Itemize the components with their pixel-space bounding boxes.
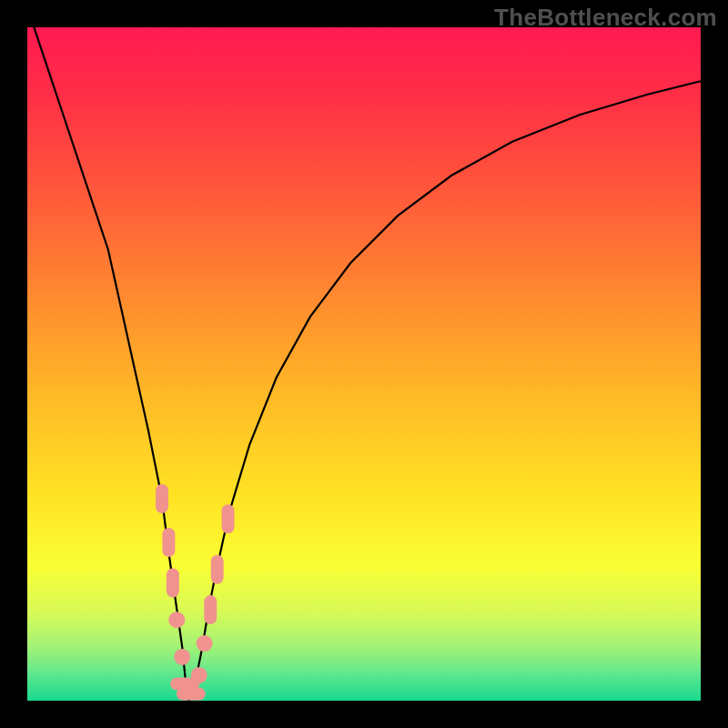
gradient-background xyxy=(27,27,701,701)
data-marker xyxy=(204,595,217,624)
plot-area xyxy=(27,27,701,701)
data-marker xyxy=(162,528,175,557)
data-marker xyxy=(222,504,235,533)
data-marker xyxy=(156,484,168,513)
data-marker xyxy=(168,612,185,628)
chart-frame: TheBottleneck.com xyxy=(0,0,728,728)
plot-svg xyxy=(27,27,701,701)
data-marker xyxy=(197,635,213,652)
data-marker xyxy=(191,667,207,683)
data-marker xyxy=(177,688,206,701)
data-marker xyxy=(211,555,224,584)
data-marker xyxy=(167,569,179,598)
data-marker xyxy=(174,649,190,665)
